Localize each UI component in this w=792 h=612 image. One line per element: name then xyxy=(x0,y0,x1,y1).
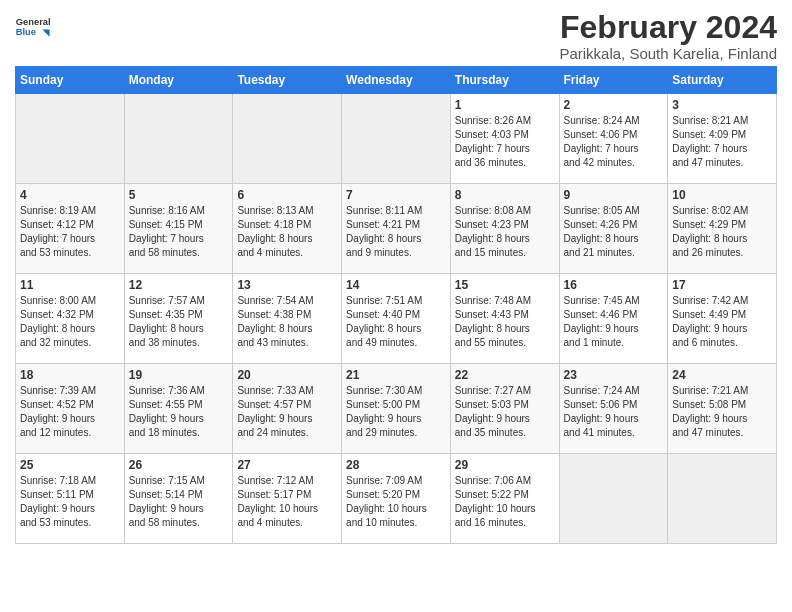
day-number: 6 xyxy=(237,188,337,202)
weekday-header-cell: Saturday xyxy=(668,67,777,94)
weekday-header-cell: Monday xyxy=(124,67,233,94)
day-number: 19 xyxy=(129,368,229,382)
day-number: 11 xyxy=(20,278,120,292)
calendar-cell: 20Sunrise: 7:33 AM Sunset: 4:57 PM Dayli… xyxy=(233,364,342,454)
weekday-header-row: SundayMondayTuesdayWednesdayThursdayFrid… xyxy=(16,67,777,94)
calendar-cell xyxy=(559,454,668,544)
day-number: 7 xyxy=(346,188,446,202)
calendar-cell xyxy=(668,454,777,544)
day-info: Sunrise: 8:24 AM Sunset: 4:06 PM Dayligh… xyxy=(564,114,664,170)
day-number: 24 xyxy=(672,368,772,382)
day-info: Sunrise: 8:02 AM Sunset: 4:29 PM Dayligh… xyxy=(672,204,772,260)
day-number: 1 xyxy=(455,98,555,112)
weekday-header-cell: Friday xyxy=(559,67,668,94)
month-year-title: February 2024 xyxy=(559,10,777,45)
calendar-week-row: 11Sunrise: 8:00 AM Sunset: 4:32 PM Dayli… xyxy=(16,274,777,364)
logo-area: General Blue xyxy=(15,10,51,46)
day-info: Sunrise: 7:39 AM Sunset: 4:52 PM Dayligh… xyxy=(20,384,120,440)
day-info: Sunrise: 8:00 AM Sunset: 4:32 PM Dayligh… xyxy=(20,294,120,350)
calendar-cell: 3Sunrise: 8:21 AM Sunset: 4:09 PM Daylig… xyxy=(668,94,777,184)
page-header: General Blue February 2024 Parikkala, So… xyxy=(15,10,777,62)
weekday-header-cell: Wednesday xyxy=(342,67,451,94)
day-info: Sunrise: 8:11 AM Sunset: 4:21 PM Dayligh… xyxy=(346,204,446,260)
calendar-cell: 9Sunrise: 8:05 AM Sunset: 4:26 PM Daylig… xyxy=(559,184,668,274)
day-number: 14 xyxy=(346,278,446,292)
weekday-header-cell: Sunday xyxy=(16,67,125,94)
day-info: Sunrise: 7:09 AM Sunset: 5:20 PM Dayligh… xyxy=(346,474,446,530)
day-number: 16 xyxy=(564,278,664,292)
calendar-cell: 10Sunrise: 8:02 AM Sunset: 4:29 PM Dayli… xyxy=(668,184,777,274)
logo-icon: General Blue xyxy=(15,10,51,46)
day-number: 12 xyxy=(129,278,229,292)
calendar-cell xyxy=(233,94,342,184)
calendar-cell: 1Sunrise: 8:26 AM Sunset: 4:03 PM Daylig… xyxy=(450,94,559,184)
calendar-cell xyxy=(16,94,125,184)
day-info: Sunrise: 7:42 AM Sunset: 4:49 PM Dayligh… xyxy=(672,294,772,350)
day-number: 8 xyxy=(455,188,555,202)
day-info: Sunrise: 8:08 AM Sunset: 4:23 PM Dayligh… xyxy=(455,204,555,260)
day-number: 10 xyxy=(672,188,772,202)
day-number: 28 xyxy=(346,458,446,472)
day-info: Sunrise: 8:13 AM Sunset: 4:18 PM Dayligh… xyxy=(237,204,337,260)
day-info: Sunrise: 8:19 AM Sunset: 4:12 PM Dayligh… xyxy=(20,204,120,260)
calendar-cell: 23Sunrise: 7:24 AM Sunset: 5:06 PM Dayli… xyxy=(559,364,668,454)
calendar-cell: 26Sunrise: 7:15 AM Sunset: 5:14 PM Dayli… xyxy=(124,454,233,544)
calendar-cell: 29Sunrise: 7:06 AM Sunset: 5:22 PM Dayli… xyxy=(450,454,559,544)
weekday-header-cell: Tuesday xyxy=(233,67,342,94)
calendar-cell: 11Sunrise: 8:00 AM Sunset: 4:32 PM Dayli… xyxy=(16,274,125,364)
location-subtitle: Parikkala, South Karelia, Finland xyxy=(559,45,777,62)
day-info: Sunrise: 7:18 AM Sunset: 5:11 PM Dayligh… xyxy=(20,474,120,530)
calendar-cell: 27Sunrise: 7:12 AM Sunset: 5:17 PM Dayli… xyxy=(233,454,342,544)
calendar-cell: 14Sunrise: 7:51 AM Sunset: 4:40 PM Dayli… xyxy=(342,274,451,364)
day-info: Sunrise: 7:57 AM Sunset: 4:35 PM Dayligh… xyxy=(129,294,229,350)
day-info: Sunrise: 7:45 AM Sunset: 4:46 PM Dayligh… xyxy=(564,294,664,350)
calendar-cell: 12Sunrise: 7:57 AM Sunset: 4:35 PM Dayli… xyxy=(124,274,233,364)
calendar-cell: 19Sunrise: 7:36 AM Sunset: 4:55 PM Dayli… xyxy=(124,364,233,454)
day-info: Sunrise: 7:33 AM Sunset: 4:57 PM Dayligh… xyxy=(237,384,337,440)
day-info: Sunrise: 7:27 AM Sunset: 5:03 PM Dayligh… xyxy=(455,384,555,440)
day-info: Sunrise: 7:12 AM Sunset: 5:17 PM Dayligh… xyxy=(237,474,337,530)
svg-text:General: General xyxy=(16,17,51,27)
day-info: Sunrise: 7:48 AM Sunset: 4:43 PM Dayligh… xyxy=(455,294,555,350)
day-number: 22 xyxy=(455,368,555,382)
day-number: 4 xyxy=(20,188,120,202)
calendar-cell: 6Sunrise: 8:13 AM Sunset: 4:18 PM Daylig… xyxy=(233,184,342,274)
day-number: 17 xyxy=(672,278,772,292)
day-info: Sunrise: 8:21 AM Sunset: 4:09 PM Dayligh… xyxy=(672,114,772,170)
calendar-week-row: 4Sunrise: 8:19 AM Sunset: 4:12 PM Daylig… xyxy=(16,184,777,274)
calendar-cell: 4Sunrise: 8:19 AM Sunset: 4:12 PM Daylig… xyxy=(16,184,125,274)
day-number: 5 xyxy=(129,188,229,202)
day-number: 3 xyxy=(672,98,772,112)
svg-marker-2 xyxy=(42,29,49,36)
day-info: Sunrise: 7:54 AM Sunset: 4:38 PM Dayligh… xyxy=(237,294,337,350)
day-info: Sunrise: 7:15 AM Sunset: 5:14 PM Dayligh… xyxy=(129,474,229,530)
calendar-cell: 16Sunrise: 7:45 AM Sunset: 4:46 PM Dayli… xyxy=(559,274,668,364)
calendar-cell: 28Sunrise: 7:09 AM Sunset: 5:20 PM Dayli… xyxy=(342,454,451,544)
calendar-cell: 17Sunrise: 7:42 AM Sunset: 4:49 PM Dayli… xyxy=(668,274,777,364)
calendar-cell: 2Sunrise: 8:24 AM Sunset: 4:06 PM Daylig… xyxy=(559,94,668,184)
calendar-cell: 25Sunrise: 7:18 AM Sunset: 5:11 PM Dayli… xyxy=(16,454,125,544)
calendar-cell: 13Sunrise: 7:54 AM Sunset: 4:38 PM Dayli… xyxy=(233,274,342,364)
day-number: 27 xyxy=(237,458,337,472)
day-info: Sunrise: 8:05 AM Sunset: 4:26 PM Dayligh… xyxy=(564,204,664,260)
day-number: 23 xyxy=(564,368,664,382)
calendar-table: SundayMondayTuesdayWednesdayThursdayFrid… xyxy=(15,66,777,544)
calendar-cell: 8Sunrise: 8:08 AM Sunset: 4:23 PM Daylig… xyxy=(450,184,559,274)
calendar-cell: 15Sunrise: 7:48 AM Sunset: 4:43 PM Dayli… xyxy=(450,274,559,364)
day-number: 29 xyxy=(455,458,555,472)
day-number: 13 xyxy=(237,278,337,292)
calendar-cell: 22Sunrise: 7:27 AM Sunset: 5:03 PM Dayli… xyxy=(450,364,559,454)
day-info: Sunrise: 8:16 AM Sunset: 4:15 PM Dayligh… xyxy=(129,204,229,260)
calendar-week-row: 25Sunrise: 7:18 AM Sunset: 5:11 PM Dayli… xyxy=(16,454,777,544)
day-info: Sunrise: 7:51 AM Sunset: 4:40 PM Dayligh… xyxy=(346,294,446,350)
weekday-header-cell: Thursday xyxy=(450,67,559,94)
day-number: 2 xyxy=(564,98,664,112)
calendar-cell: 21Sunrise: 7:30 AM Sunset: 5:00 PM Dayli… xyxy=(342,364,451,454)
calendar-cell xyxy=(124,94,233,184)
day-info: Sunrise: 7:06 AM Sunset: 5:22 PM Dayligh… xyxy=(455,474,555,530)
day-number: 26 xyxy=(129,458,229,472)
calendar-week-row: 18Sunrise: 7:39 AM Sunset: 4:52 PM Dayli… xyxy=(16,364,777,454)
day-number: 15 xyxy=(455,278,555,292)
day-number: 25 xyxy=(20,458,120,472)
day-info: Sunrise: 7:24 AM Sunset: 5:06 PM Dayligh… xyxy=(564,384,664,440)
